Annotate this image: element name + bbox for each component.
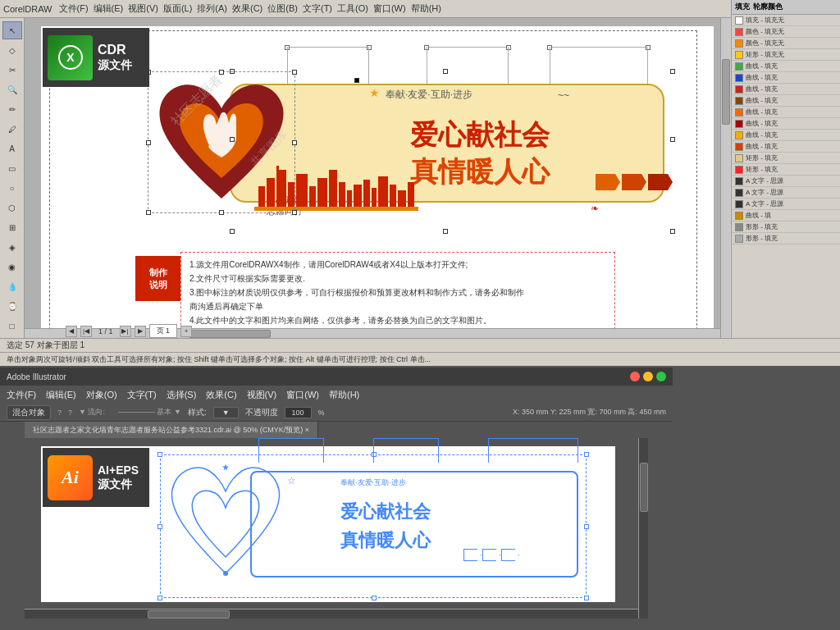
- add-page-btn[interactable]: +: [180, 326, 192, 337]
- corel-menu-help[interactable]: 帮助(H): [411, 2, 441, 15]
- page-fraction: 1 / 1: [98, 327, 113, 336]
- corel-menu-edit[interactable]: 编辑(E): [94, 2, 124, 15]
- rp-row-13[interactable]: 矩形 - 填充: [732, 164, 840, 176]
- corel-menu-file[interactable]: 文件(F): [59, 2, 89, 15]
- rp-row-4[interactable]: 曲线 - 填充: [732, 61, 840, 72]
- star-deco1: ★: [369, 86, 380, 99]
- ai-hscroll-thumb[interactable]: [148, 610, 230, 619]
- corel-zoom-tool[interactable]: 🔍: [2, 80, 22, 98]
- corel-freehand-tool[interactable]: ✏: [2, 100, 22, 118]
- rp-row-10[interactable]: 曲线 - 填充: [732, 130, 840, 141]
- rp-row-0[interactable]: 填充 - 填充无: [732, 15, 840, 26]
- main-text1: 爱心献社会: [410, 116, 550, 154]
- rp-row-14[interactable]: A 文字 - 思源: [732, 176, 840, 187]
- ai-min-btn[interactable]: [643, 372, 653, 381]
- ai-menu-window[interactable]: 窗口(W): [286, 389, 319, 401]
- rp-row-1[interactable]: 颜色 - 填充无: [732, 26, 840, 38]
- corel-select-tool[interactable]: ↖: [2, 21, 22, 39]
- rp-row-8[interactable]: 曲线 - 填充: [732, 107, 840, 118]
- corel-menu-text[interactable]: 文字(T): [303, 2, 332, 15]
- ai-max-btn[interactable]: [656, 372, 666, 381]
- ai-menu-select[interactable]: 选择(S): [167, 389, 197, 401]
- zhi-stamp: 制作 说明: [135, 256, 180, 301]
- ai-menu-help[interactable]: 帮助(H): [329, 389, 359, 401]
- corel-shadow-tool[interactable]: □: [2, 317, 22, 335]
- rp-row-9[interactable]: 曲线 - 填充: [732, 118, 840, 130]
- ai-menu-edit[interactable]: 编辑(E): [46, 389, 76, 401]
- zhi-stamp-text: 制作 说明: [149, 267, 167, 290]
- corel-polygon-tool[interactable]: ⬡: [2, 199, 22, 217]
- rp-row-2[interactable]: 颜色 - 填充无: [732, 38, 840, 49]
- last-page-btn[interactable]: ▶|: [120, 326, 131, 337]
- ai-opacity-value[interactable]: 100: [285, 407, 312, 418]
- page-indicator: ◀ |◀ 1 / 1 ▶| ▶ 页 1 +: [66, 324, 192, 338]
- ai-arrow-btn[interactable]: ▼ 流向:: [79, 407, 105, 418]
- status-hint: 单击对象两次可旋转/倾斜 双击工具可选择所有对象; 按住 Shift 键单击可选…: [7, 354, 431, 365]
- corel-menu-layout[interactable]: 版面(L): [163, 2, 192, 15]
- rp-row-15[interactable]: A 文字 - 思源: [732, 187, 840, 199]
- corel-menu-bitmap[interactable]: 位图(B): [267, 2, 298, 15]
- rp-row-11[interactable]: 曲线 - 填充: [732, 141, 840, 153]
- corel-menu-view[interactable]: 视图(V): [128, 2, 158, 15]
- corel-app-name: CorelDRAW: [3, 4, 52, 14]
- prev-page-btn[interactable]: ◀: [66, 326, 77, 337]
- corel-canvas-inner: 社区志愿者 共享图库 X CDR 源文件: [41, 26, 714, 330]
- corel-eyedropper-tool[interactable]: 💧: [2, 277, 22, 295]
- ai-menu-text[interactable]: 文字(T): [127, 389, 157, 401]
- ai-vscroll[interactable]: [638, 438, 648, 619]
- corel-text-tool[interactable]: A: [2, 139, 22, 158]
- corel-hscroll-thumb[interactable]: [189, 330, 271, 338]
- corel-rp-title2: 轮廓颜色: [753, 2, 783, 12]
- ai-tb-sep: ————— 基本 ▼: [118, 407, 181, 418]
- corel-shape-tool[interactable]: ◇: [2, 41, 22, 59]
- corel-canvas: 社区志愿者 共享图库 X CDR 源文件: [25, 18, 730, 338]
- corel-parallel-tool[interactable]: ▭: [2, 159, 22, 177]
- ai-style-dropdown[interactable]: ▼: [213, 407, 239, 418]
- corel-fill-tool[interactable]: ◈: [2, 238, 22, 256]
- svg-rect-14: [363, 180, 370, 211]
- rp-row-12[interactable]: 矩形 - 填充: [732, 153, 840, 164]
- corel-ellipse-tool[interactable]: ○: [2, 179, 22, 197]
- corel-table-tool[interactable]: ⊞: [2, 218, 22, 236]
- first-page-btn[interactable]: |◀: [80, 326, 92, 337]
- rp-row-18[interactable]: 形形 - 填充: [732, 221, 840, 233]
- corel-outline-tool[interactable]: ◉: [2, 258, 22, 276]
- sh7: [219, 70, 224, 75]
- ai-menu-effects[interactable]: 效果(C): [206, 389, 236, 401]
- corel-menu-arrange[interactable]: 排列(A): [197, 2, 227, 15]
- corel-crop-tool[interactable]: ✂: [2, 61, 22, 79]
- corel-menu-effects[interactable]: 效果(C): [232, 2, 262, 15]
- rp-row-6[interactable]: 曲线 - 填充: [732, 84, 840, 95]
- sel-h-tr: [670, 69, 675, 74]
- next-page-btn[interactable]: ▶: [135, 326, 146, 337]
- rp-row-17[interactable]: 曲线 - 填: [732, 210, 840, 221]
- rp-row-19[interactable]: 形形 - 填充: [732, 233, 840, 244]
- cdr-badge: X CDR 源文件: [43, 28, 149, 87]
- sh8: [219, 210, 224, 215]
- ai-titlebar: Adobe Illustrator: [0, 368, 673, 386]
- svg-rect-9: [317, 178, 327, 211]
- corel-menu-tools[interactable]: 工具(O): [337, 2, 368, 15]
- ai-question1[interactable]: ?: [57, 409, 62, 417]
- ai-vscroll-thumb[interactable]: [640, 463, 648, 512]
- corel-vscroll[interactable]: [720, 18, 730, 338]
- ai-hscroll[interactable]: [25, 609, 638, 619]
- ai-menu-object[interactable]: 对象(O): [86, 389, 117, 401]
- ai-close-btn[interactable]: [630, 372, 640, 381]
- ai-canvas: Ai AI+EPS 源文件: [25, 438, 648, 619]
- corel-pen-tool[interactable]: 🖊: [2, 120, 22, 138]
- bracket-top2: [427, 47, 509, 48]
- corel-menu-window[interactable]: 窗口(W): [373, 2, 406, 15]
- ai-bv5: [488, 438, 489, 463]
- ai-menu-view[interactable]: 视图(V): [247, 389, 277, 401]
- rp-row-5[interactable]: 曲线 - 填充: [732, 72, 840, 84]
- corel-vscroll-thumb[interactable]: [722, 59, 730, 125]
- corel-blend-tool[interactable]: ⌚: [2, 297, 22, 315]
- rp-row-3[interactable]: 矩形 - 填充无: [732, 49, 840, 61]
- ai-question2[interactable]: ?: [68, 409, 72, 417]
- ai-menu-file[interactable]: 文件(F): [7, 389, 36, 401]
- rp-row-7[interactable]: 曲线 - 填充: [732, 95, 840, 107]
- ai-file-tab[interactable]: 社区志愿者之家文化墙青年志愿者服务站公益参考3321.cdr.ai @ 50% …: [25, 422, 318, 438]
- page-tab[interactable]: 页 1: [149, 324, 178, 338]
- rp-row-16[interactable]: A 文字 - 思源: [732, 199, 840, 210]
